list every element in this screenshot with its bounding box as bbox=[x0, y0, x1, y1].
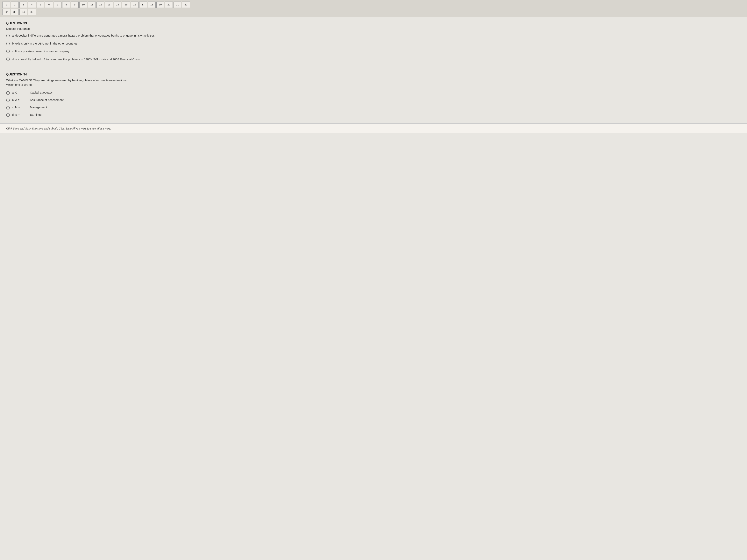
q34-option-c-label: c. M = bbox=[12, 106, 28, 109]
q34-option-d-value: Earnings bbox=[30, 113, 42, 116]
question-34-text: What are CAMELS? They are ratings assess… bbox=[6, 78, 741, 87]
nav-btn-34[interactable]: 34 bbox=[20, 9, 27, 15]
q34-radio-d[interactable] bbox=[6, 113, 10, 117]
nav-row-2: 32333435 bbox=[2, 9, 745, 15]
q34-option-c-row: c. M = Management bbox=[12, 106, 47, 109]
nav-btn-5[interactable]: 5 bbox=[36, 2, 44, 8]
nav-btn-33[interactable]: 33 bbox=[11, 9, 19, 15]
nav-btn-4[interactable]: 4 bbox=[28, 2, 36, 8]
q34-option-a-value: Capital adequacy bbox=[30, 91, 53, 94]
nav-rows: 12345678910111213141516171819202122 3233… bbox=[2, 2, 745, 15]
nav-btn-10[interactable]: 10 bbox=[79, 2, 87, 8]
q33-option-c-text: c. It is a privately owned insurance com… bbox=[12, 49, 70, 54]
nav-btn-11[interactable]: 11 bbox=[88, 2, 96, 8]
question-33-block: QUESTION 33 Deposit Insurance a. deposit… bbox=[0, 17, 747, 68]
nav-btn-2[interactable]: 2 bbox=[11, 2, 19, 8]
questions-container: QUESTION 33 Deposit Insurance a. deposit… bbox=[0, 17, 747, 124]
q34-option-b-row: b. A = Assurance of Assessment bbox=[12, 98, 63, 102]
q34-option-c: c. M = Management bbox=[6, 106, 741, 109]
footer-bar: Click Save and Submit to save and submit… bbox=[0, 124, 747, 133]
q34-option-a-label: a. C = bbox=[12, 91, 28, 94]
q34-option-b: b. A = Assurance of Assessment bbox=[6, 98, 741, 102]
nav-btn-1[interactable]: 1 bbox=[2, 2, 10, 8]
question-34-title: QUESTION 34 bbox=[6, 73, 741, 76]
q33-radio-c[interactable] bbox=[6, 50, 10, 53]
q34-option-d-row: d. E = Earnings bbox=[12, 113, 42, 116]
nav-btn-12[interactable]: 12 bbox=[97, 2, 104, 8]
q33-radio-a[interactable] bbox=[6, 34, 10, 37]
nav-row-1: 12345678910111213141516171819202122 bbox=[2, 2, 745, 8]
nav-btn-22[interactable]: 22 bbox=[182, 2, 190, 8]
nav-btn-17[interactable]: 17 bbox=[139, 2, 147, 8]
q34-radio-c[interactable] bbox=[6, 106, 10, 109]
q34-option-a: a. C = Capital adequacy bbox=[6, 91, 741, 95]
q34-option-a-row: a. C = Capital adequacy bbox=[12, 91, 53, 94]
q33-radio-d[interactable] bbox=[6, 58, 10, 61]
question-nav-bar: 12345678910111213141516171819202122 3233… bbox=[0, 0, 747, 17]
page-wrapper: 12345678910111213141516171819202122 3233… bbox=[0, 0, 747, 560]
nav-btn-21[interactable]: 21 bbox=[174, 2, 181, 8]
nav-btn-8[interactable]: 8 bbox=[62, 2, 70, 8]
q33-option-b: b. exists only in the USA, not in the ot… bbox=[6, 42, 741, 46]
q33-option-d-text: d. successfully helped US to overcome th… bbox=[12, 57, 140, 62]
q34-radio-a[interactable] bbox=[6, 91, 10, 95]
nav-btn-19[interactable]: 19 bbox=[156, 2, 164, 8]
q33-option-d: d. successfully helped US to overcome th… bbox=[6, 57, 741, 62]
nav-btn-6[interactable]: 6 bbox=[45, 2, 53, 8]
nav-btn-15[interactable]: 15 bbox=[122, 2, 130, 8]
q33-option-b-text: b. exists only in the USA, not in the ot… bbox=[12, 42, 78, 46]
nav-btn-32[interactable]: 32 bbox=[2, 9, 10, 15]
question-34-options: a. C = Capital adequacy b. A = Assurance… bbox=[6, 91, 741, 117]
nav-btn-3[interactable]: 3 bbox=[20, 2, 27, 8]
q33-radio-b[interactable] bbox=[6, 42, 10, 45]
question-33-options: a. depositor indifference generates a mo… bbox=[6, 33, 741, 61]
q34-option-d: d. E = Earnings bbox=[6, 113, 741, 117]
nav-btn-7[interactable]: 7 bbox=[54, 2, 61, 8]
nav-btn-13[interactable]: 13 bbox=[105, 2, 113, 8]
q33-option-a-text: a. depositor indifference generates a mo… bbox=[12, 33, 155, 38]
q34-option-b-label: b. A = bbox=[12, 98, 28, 102]
nav-btn-16[interactable]: 16 bbox=[131, 2, 138, 8]
q33-option-a: a. depositor indifference generates a mo… bbox=[6, 33, 741, 38]
nav-btn-20[interactable]: 20 bbox=[165, 2, 173, 8]
q34-radio-b[interactable] bbox=[6, 99, 10, 102]
nav-btn-18[interactable]: 18 bbox=[148, 2, 156, 8]
q34-option-d-label: d. E = bbox=[12, 113, 28, 116]
nav-btn-9[interactable]: 9 bbox=[71, 2, 79, 8]
footer-text: Click Save and Submit to save and submit… bbox=[6, 127, 111, 130]
question-34-block: QUESTION 34 What are CAMELS? They are ra… bbox=[0, 68, 747, 124]
nav-btn-35[interactable]: 35 bbox=[28, 9, 36, 15]
question-33-topic: Deposit Insurance bbox=[6, 27, 741, 30]
q34-option-c-value: Management bbox=[30, 106, 47, 109]
q34-option-b-value: Assurance of Assessment bbox=[30, 98, 63, 102]
question-33-title: QUESTION 33 bbox=[6, 22, 741, 25]
q33-option-c: c. It is a privately owned insurance com… bbox=[6, 49, 741, 54]
nav-btn-14[interactable]: 14 bbox=[113, 2, 121, 8]
